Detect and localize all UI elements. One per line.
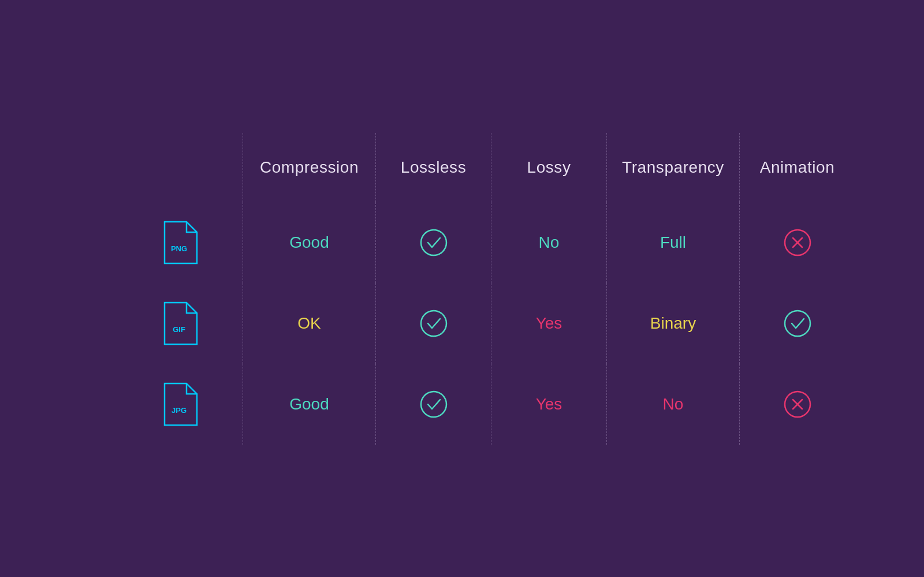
header-cell-transparency: Transparency (606, 133, 739, 202)
row-jpg-transparency: No (606, 364, 739, 445)
header-cell-lossy: Lossy (491, 133, 606, 202)
row-png-compression: Good (243, 202, 375, 283)
svg-point-9 (421, 392, 446, 417)
row-png-animation (739, 202, 855, 283)
header-cell-lossless: Lossless (375, 133, 491, 202)
row-gif-icon: GIF (116, 283, 243, 364)
row-gif-lossy: Yes (491, 283, 606, 364)
row-jpg-lossy: Yes (491, 364, 606, 445)
svg-text:GIF: GIF (173, 325, 185, 334)
row-png-transparency: Full (606, 202, 739, 283)
row-gif-compression: OK (243, 283, 375, 364)
row-png-lossless (375, 202, 491, 283)
row-png-icon: PNG (116, 202, 243, 283)
svg-text:PNG: PNG (171, 244, 187, 253)
row-gif-lossless (375, 283, 491, 364)
header-cell-format (116, 133, 243, 202)
row-png-lossy: No (491, 202, 606, 283)
header-cell-compression: Compression (243, 133, 375, 202)
header-cell-animation: Animation (739, 133, 855, 202)
row-gif-transparency: Binary (606, 283, 739, 364)
comparison-table: Compression Lossless Lossy Transparency … (116, 133, 808, 445)
svg-text:JPG: JPG (172, 406, 187, 415)
row-jpg-compression: Good (243, 364, 375, 445)
row-gif-animation (739, 283, 855, 364)
svg-point-7 (785, 311, 810, 336)
svg-point-6 (421, 311, 446, 336)
row-jpg-lossless (375, 364, 491, 445)
row-jpg-icon: JPG (116, 364, 243, 445)
svg-point-1 (421, 230, 446, 255)
row-jpg-animation (739, 364, 855, 445)
